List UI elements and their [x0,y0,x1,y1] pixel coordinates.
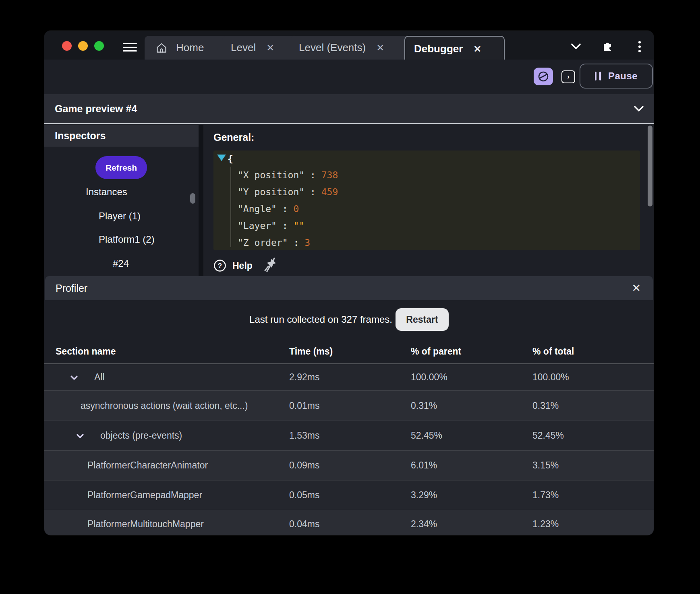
json-line: "X position" : 738 [238,170,338,180]
json-line: "Layer" : "" [238,221,304,231]
percent-total-value: 1.73% [532,490,559,501]
tab-label: Level (Events) [299,41,366,54]
chevron-down-icon[interactable] [571,43,581,50]
game-preview-header[interactable]: Game preview #4 [44,94,654,124]
column-header-percent-parent: % of parent [411,346,461,357]
section-name: PlatformerCharacterAnimator [87,460,208,471]
close-tab-icon[interactable]: ✕ [376,43,384,53]
time-value: 2.92ms [289,372,319,383]
profiler-gauge-button[interactable] [534,68,553,85]
json-line: "Z order" : 3 [238,237,310,248]
close-tab-icon[interactable]: ✕ [266,43,274,53]
percent-parent-value: 0.31% [411,400,437,411]
column-header-time: Time (ms) [289,346,333,357]
pause-label: Pause [608,70,638,82]
profiler-table-row[interactable]: PlatformerMultitouchMapper 0.04ms 2.34% … [44,510,654,535]
inspectors-header: Inspectors [44,125,199,147]
debugger-toolbar: › Pause [44,60,654,94]
tree-item-instances[interactable]: Instances [86,186,127,198]
profiler-table-header: Section name Time (ms) % of parent % of … [44,340,654,363]
pause-icon [595,72,601,80]
expand-chevron-icon[interactable] [69,373,79,382]
app-window: Home Level ✕ Level (Events) ✕ Debugger ✕ [44,31,654,535]
collapse-triangle-icon[interactable] [217,155,226,161]
profiler-table-row[interactable]: objects (pre-events) 1.53ms 52.45% 52.45… [44,421,654,450]
json-inspector: { "X position" : 738 "Y position" : 459 … [213,151,640,250]
percent-parent-value: 2.34% [411,519,437,530]
expand-chevron-icon[interactable] [75,431,85,441]
unpin-icon[interactable] [263,258,277,274]
help-label: Help [232,260,253,271]
tab-label: Level [231,41,256,54]
collapse-chevron-icon[interactable] [634,105,644,112]
inspectors-panel: Inspectors Refresh Instances Player (1) … [44,125,199,276]
debugger-panels: Inspectors Refresh Instances Player (1) … [44,125,654,276]
tab-level[interactable]: Level ✕ [222,36,297,60]
profiler-table-row[interactable]: All 2.92ms 100.00% 100.00% [44,364,654,390]
profiler-table-row[interactable]: PlatformerCharacterAnimator 0.09ms 6.01%… [44,450,654,480]
profiler-title: Profiler [56,283,87,294]
section-name: PlatformerMultitouchMapper [87,519,204,530]
percent-total-value: 1.23% [532,519,559,530]
open-brace: { [228,154,233,164]
gauge-icon [537,70,549,82]
close-tab-icon[interactable]: ✕ [473,44,481,54]
minimize-window-button[interactable] [78,41,88,51]
section-name-cell: asynchronous actions (wait action, etc..… [44,400,248,411]
close-profiler-icon[interactable]: ✕ [632,282,641,295]
profiler-table-row[interactable]: PlatformerGamepadMapper 0.05ms 3.29% 1.7… [44,480,654,510]
percent-total-value: 52.45% [532,430,564,441]
section-name: asynchronous actions (wait action, etc..… [81,400,248,411]
profiler-status-text: Last run collected on 327 frames. [249,314,392,325]
kebab-menu-icon[interactable] [638,40,642,53]
percent-parent-value: 6.01% [411,460,437,471]
time-value: 0.01ms [289,400,319,411]
game-preview-title: Game preview #4 [55,103,137,115]
time-value: 0.04ms [289,519,319,530]
hamburger-menu-icon[interactable] [123,43,137,52]
section-name-cell: All [44,372,105,383]
profiler-table-body: All 2.92ms 100.00% 100.00% asynchronous … [44,363,654,535]
tab-home[interactable]: Home [145,36,231,60]
section-name: All [94,372,105,383]
general-panel: General: { "X position" : 738 "Y positio… [203,125,654,276]
section-name: PlatformerGamepadMapper [87,490,202,501]
general-title: General: [213,132,254,143]
section-name-cell: PlatformerMultitouchMapper [44,519,204,530]
pause-button[interactable]: Pause [580,64,653,89]
column-header-section-name: Section name [56,346,116,357]
inspectors-scrollbar[interactable] [190,193,195,204]
help-circle-icon: ? [213,259,226,272]
tab-level-events[interactable]: Level (Events) ✕ [291,36,412,60]
json-line: "Angle" : 0 [238,204,299,214]
close-window-button[interactable] [62,41,72,51]
column-header-percent-total: % of total [532,346,574,357]
percent-total-value: 3.15% [532,460,559,471]
percent-parent-value: 52.45% [411,430,442,441]
profiler-section: Profiler ✕ Last run collected on 327 fra… [44,276,654,535]
extensions-puzzle-icon[interactable] [601,39,614,52]
percent-parent-value: 3.29% [411,490,437,501]
general-scrollbar[interactable] [648,126,652,206]
section-name-cell: objects (pre-events) [44,430,182,441]
percent-total-value: 0.31% [532,400,559,411]
refresh-button[interactable]: Refresh [95,156,147,179]
tree-item-platform1[interactable]: Platform1 (2) [99,234,155,245]
section-name: objects (pre-events) [100,430,182,441]
zoom-window-button[interactable] [94,41,104,51]
help-button[interactable]: ? Help [213,259,253,272]
title-bar: Home Level ✕ Level (Events) ✕ Debugger ✕ [44,31,654,60]
inspectors-title: Inspectors [55,130,106,142]
time-value: 0.05ms [289,490,319,501]
profiler-table-row[interactable]: asynchronous actions (wait action, etc..… [44,390,654,421]
restart-button[interactable]: Restart [396,308,449,331]
percent-total-value: 100.00% [532,372,569,383]
section-name-cell: PlatformerCharacterAnimator [44,460,208,471]
tab-debugger[interactable]: Debugger ✕ [404,36,505,61]
tab-label: Home [176,41,204,54]
tab-label: Debugger [414,43,463,55]
tree-item-player[interactable]: Player (1) [99,210,141,222]
console-button[interactable]: › [561,70,575,83]
time-value: 1.53ms [289,430,319,441]
tree-item-instance-24[interactable]: #24 [113,258,129,269]
